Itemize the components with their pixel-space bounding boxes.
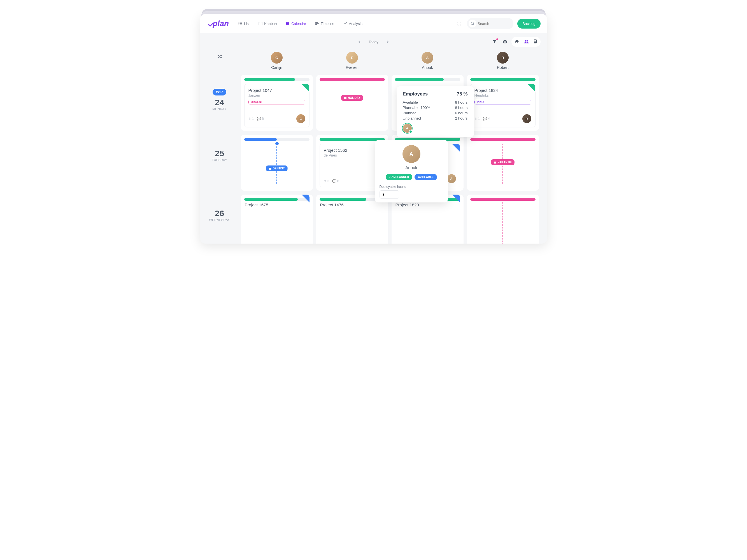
tab-calendar-label: Calendar — [291, 22, 306, 26]
svg-point-17 — [471, 22, 474, 25]
topbar: plan List Kanban Calendar Timeline — [200, 14, 547, 33]
available-pill: AVAILABLE — [415, 174, 437, 180]
cell-carlijn-24[interactable]: Project 1047 Janzen URGENT ⇧ 1 💬 6 C — [241, 75, 313, 131]
person-head-carlijn[interactable]: CCarlijn — [239, 50, 314, 75]
svg-rect-25 — [344, 97, 346, 99]
emp-row-unplanned: Unplanned2 hours — [403, 116, 468, 121]
shuffle-icon[interactable] — [217, 54, 222, 59]
cell-robert-25[interactable]: VAKANTIE — [467, 135, 539, 191]
planned-pill: 75% PLANNED — [386, 174, 412, 180]
event-holiday[interactable]: HOLIDAY — [341, 95, 363, 101]
card-corner-icon — [302, 195, 309, 203]
avatar: A — [403, 145, 420, 163]
svg-point-21 — [526, 40, 528, 42]
event-vakantie[interactable]: VAKANTIE — [491, 159, 515, 165]
tag-urgent: URGENT — [249, 100, 305, 104]
tab-calendar[interactable]: Calendar — [285, 21, 307, 27]
cell-evelien-24[interactable]: HOLIDAY — [316, 75, 388, 131]
card-corner-icon — [452, 144, 460, 152]
svg-rect-12 — [286, 23, 289, 23]
eye-icon[interactable] — [501, 37, 509, 46]
avatar: A — [421, 52, 433, 63]
cell-robert-24[interactable]: Project 1834 Hendriks PRIO ⇧ 1 💬 4 R — [467, 75, 539, 131]
event-line — [277, 144, 277, 184]
person-head-evelien[interactable]: EEvelien — [314, 50, 390, 75]
avatar: C — [271, 52, 283, 63]
capacity-bar — [244, 138, 309, 141]
capacity-bar — [244, 198, 309, 201]
card-icon[interactable] — [532, 37, 539, 46]
fullscreen-icon[interactable] — [456, 20, 463, 27]
capacity-bar — [319, 138, 385, 141]
employees-popover: Employees75 % Available8 hours Plannable… — [396, 86, 474, 137]
capacity-bar — [470, 198, 536, 201]
filter-badge — [496, 38, 498, 41]
people-icon[interactable] — [522, 37, 531, 46]
date-label-25: 25 TUESDAY — [200, 135, 239, 195]
person-head-anouk[interactable]: AAnouk — [390, 50, 465, 75]
svg-rect-26 — [269, 168, 272, 170]
event-dot-icon — [275, 142, 279, 145]
avatar: E — [346, 52, 358, 63]
toolbar: Today — [200, 33, 547, 50]
logo: plan — [207, 19, 229, 28]
tab-list[interactable]: List — [237, 21, 251, 27]
tab-timeline[interactable]: Timeline — [314, 21, 336, 27]
cell-robert-26[interactable] — [467, 195, 539, 244]
puzzle-icon[interactable] — [513, 37, 521, 46]
card-project-1476[interactable]: Project 1476 — [319, 202, 385, 207]
card-project-1820[interactable]: Project 1820 — [395, 202, 460, 207]
event-line — [503, 202, 503, 244]
deployable-hours-input[interactable] — [380, 190, 399, 198]
card-project-1047[interactable]: Project 1047 Janzen URGENT ⇧ 1 💬 6 C — [244, 84, 309, 127]
chat-icon: 💬 8 — [332, 179, 339, 183]
backlog-button[interactable]: Backlog — [517, 19, 540, 29]
upload-icon: ⇧ 1 — [474, 117, 480, 121]
card-corner-icon — [301, 84, 309, 92]
search-box[interactable] — [467, 18, 513, 29]
capacity-bar — [319, 78, 385, 81]
svg-point-0 — [239, 22, 239, 22]
chat-icon: 💬 6 — [257, 117, 264, 121]
svg-rect-5 — [239, 25, 242, 25]
tab-kanban[interactable]: Kanban — [257, 21, 278, 27]
search-icon — [469, 20, 476, 27]
today-label[interactable]: Today — [368, 40, 379, 44]
upload-icon: ⇧ 1 — [249, 117, 254, 121]
capacity-bar — [470, 78, 536, 81]
person-head-robert[interactable]: RRobert — [465, 50, 541, 75]
card-project-1675[interactable]: Project 1675 — [244, 202, 309, 207]
next-icon[interactable] — [385, 39, 390, 44]
tab-timeline-label: Timeline — [321, 22, 334, 26]
svg-point-4 — [239, 24, 239, 25]
emp-row-planned: Planned6 hours — [403, 110, 468, 116]
avatar: R — [497, 52, 509, 63]
event-line — [352, 81, 352, 127]
svg-rect-13 — [315, 22, 318, 23]
card-project-1834[interactable]: Project 1834 Hendriks PRIO ⇧ 1 💬 4 R — [470, 84, 536, 127]
chat-icon: 💬 4 — [483, 117, 490, 121]
svg-point-19 — [505, 41, 506, 42]
filter-icon[interactable] — [491, 38, 498, 46]
assignee-avatar: R — [522, 114, 531, 123]
app-window: plan List Kanban Calendar Timeline — [200, 14, 547, 244]
emp-row-plannable: Plannable 100%8 hours — [403, 105, 468, 110]
date-label-24: W17 24 MONDAY — [200, 75, 239, 135]
svg-point-2 — [239, 23, 239, 24]
assignee-avatar: C — [297, 114, 305, 123]
emp-avatar[interactable]: A — [403, 124, 412, 133]
date-label-26: 26 WEDNESDAY — [200, 195, 239, 244]
tag-prio: PRIO — [474, 100, 531, 104]
employees-pct: 75 % — [457, 91, 468, 97]
emp-row-available: Available8 hours — [403, 100, 468, 105]
svg-rect-14 — [315, 23, 319, 24]
prev-icon[interactable] — [357, 39, 362, 44]
svg-line-18 — [473, 24, 474, 25]
event-dentist[interactable]: DENTIST — [266, 165, 288, 171]
tab-analysis[interactable]: Analysis — [342, 21, 364, 27]
card-corner-icon — [527, 84, 535, 92]
tab-analysis-label: Analysis — [349, 22, 362, 26]
cell-carlijn-26[interactable]: Project 1675 — [241, 195, 313, 244]
cell-carlijn-25[interactable]: DENTIST — [241, 135, 313, 191]
search-input[interactable] — [478, 22, 511, 26]
